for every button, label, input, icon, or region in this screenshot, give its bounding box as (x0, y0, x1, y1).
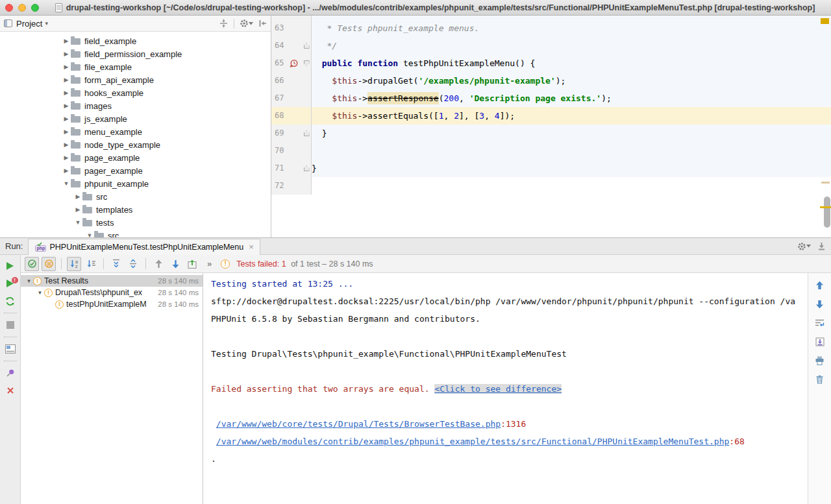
print-icon[interactable] (813, 354, 827, 368)
fold-up-icon[interactable] (304, 130, 310, 136)
editor-scrollbar[interactable] (824, 197, 830, 228)
scroll-up-icon[interactable] (813, 278, 827, 293)
code-line-71[interactable]: 71} (271, 160, 831, 177)
console-output[interactable]: Testing started at 13:25 ...sftp://docke… (203, 273, 808, 504)
tree-collapsed-icon[interactable]: ▶ (62, 167, 71, 174)
project-tree-item-images[interactable]: ▶images (0, 99, 271, 112)
console-link[interactable]: /var/www/web/core/tests/Drupal/Tests/Bro… (216, 419, 501, 429)
code-line-66[interactable]: 66 $this->drupalGet('/examples/phpunit-e… (271, 72, 831, 90)
fold-marker-slot[interactable] (302, 130, 311, 136)
test-tree-item[interactable]: !testPhpUnitExampleM28 s 140 ms (21, 298, 203, 310)
fold-up-icon[interactable] (304, 43, 310, 49)
project-tree-item-field_permission_example[interactable]: ▶field_permission_example (0, 47, 271, 60)
minimize-window-button[interactable] (18, 4, 26, 12)
show-ignored-icon[interactable] (42, 257, 56, 271)
code-line-69[interactable]: 69 } (271, 125, 831, 142)
fold-down-icon[interactable] (304, 60, 310, 66)
failed-test-gutter-icon[interactable] (288, 59, 299, 67)
tree-expanded-icon[interactable]: ▼ (36, 290, 44, 296)
inspection-warning-indicator[interactable] (821, 18, 829, 24)
scroll-from-source-icon[interactable] (219, 19, 229, 28)
project-tree-item-templates[interactable]: ▶templates (0, 203, 271, 216)
project-tree-item-phpunit_example[interactable]: ▼phpunit_example (0, 177, 271, 190)
project-tree-item-hooks_example[interactable]: ▶hooks_example (0, 86, 271, 99)
gear-icon[interactable] (240, 19, 253, 28)
collapse-all-icon[interactable] (126, 257, 140, 271)
soft-wrap-icon[interactable] (813, 316, 827, 330)
fold-marker-slot[interactable] (302, 165, 311, 171)
toggle-auto-test-button[interactable] (3, 293, 18, 309)
editor[interactable]: 63 * Tests phpunit_example menus.64 */65… (271, 16, 831, 237)
show-passed-icon[interactable] (25, 257, 39, 271)
expand-all-icon[interactable] (109, 257, 123, 271)
test-tree-item[interactable]: ▼!Test Results28 s 140 ms (21, 275, 203, 287)
tree-expanded-icon[interactable]: ▼ (25, 278, 33, 284)
tree-collapsed-icon[interactable]: ▶ (62, 38, 71, 44)
scroll-down-icon[interactable] (813, 297, 827, 311)
project-tree-item-menu_example[interactable]: ▶menu_example (0, 125, 271, 138)
previous-failed-test-icon[interactable] (151, 257, 166, 271)
chevron-down-icon[interactable]: ▾ (45, 20, 48, 27)
tree-collapsed-icon[interactable]: ▶ (62, 90, 71, 96)
tree-collapsed-icon[interactable]: ▶ (73, 193, 82, 200)
test-tree-item[interactable]: ▼!Drupal\Tests\phpunit_ex28 s 140 ms (21, 287, 203, 298)
project-tree-item-node_type_example[interactable]: ▶node_type_example (0, 138, 271, 151)
tree-collapsed-icon[interactable]: ▶ (62, 64, 71, 70)
console-link[interactable]: /var/www/web/modules/contrib/examples/ph… (216, 437, 730, 446)
toolbar-overflow-icon[interactable]: » (207, 259, 212, 269)
hide-panel-icon[interactable] (258, 19, 267, 27)
close-button[interactable] (3, 383, 18, 398)
test-duration: 28 s 140 ms (158, 289, 203, 296)
tree-expanded-icon[interactable]: ▼ (73, 219, 82, 226)
tree-collapsed-icon[interactable]: ▶ (73, 206, 82, 213)
fold-marker-slot[interactable] (302, 60, 311, 66)
tree-expanded-icon[interactable]: ▼ (85, 232, 94, 237)
project-tree-item-page_example[interactable]: ▶page_example (0, 151, 271, 164)
project-tree-item-form_api_example[interactable]: ▶form_api_example (0, 73, 271, 86)
pin-tab-button[interactable] (3, 365, 18, 381)
tree-collapsed-icon[interactable]: ▶ (62, 141, 71, 148)
run-tab[interactable]: php PHPUnitExampleMenuTest.testPhpUnitEx… (28, 239, 260, 255)
tree-collapsed-icon[interactable]: ▶ (62, 128, 71, 135)
tree-collapsed-icon[interactable]: ▶ (62, 115, 71, 122)
code-line-65[interactable]: 65 public function testPhpUnitExampleMen… (271, 54, 831, 72)
code-line-68[interactable]: 68 $this->assertEquals([1, 2], [3, 4]); (271, 107, 831, 125)
project-tree-item-tests[interactable]: ▼tests (0, 216, 271, 229)
project-tree-item-js_example[interactable]: ▶js_example (0, 112, 271, 125)
close-icon[interactable]: × (249, 242, 254, 252)
sort-alphabetically-icon[interactable]: az (67, 257, 81, 271)
hide-tool-window-icon[interactable] (817, 242, 826, 250)
tree-expanded-icon[interactable]: ▼ (62, 180, 71, 187)
gear-icon[interactable] (797, 242, 811, 251)
zoom-window-button[interactable] (31, 4, 39, 12)
restore-layout-button[interactable] (3, 341, 18, 357)
scroll-to-end-icon[interactable] (813, 335, 827, 349)
code-line-70[interactable]: 70 (271, 142, 831, 160)
fold-marker-slot[interactable] (302, 43, 311, 49)
tree-collapsed-icon[interactable]: ▶ (62, 102, 71, 109)
project-tree-item-file_example[interactable]: ▶file_example (0, 60, 271, 73)
close-window-button[interactable] (5, 4, 13, 12)
console-diff-link[interactable]: <Click to see difference> (434, 384, 562, 394)
clear-console-icon[interactable] (813, 372, 827, 387)
sort-by-duration-icon[interactable] (84, 257, 98, 271)
code-line-67[interactable]: 67 $this->assertResponse(200, 'Descripti… (271, 90, 831, 107)
fold-up-icon[interactable] (304, 165, 310, 171)
import-test-results-icon[interactable] (185, 257, 199, 271)
code-line-72[interactable]: 72 (271, 177, 831, 195)
project-panel-title[interactable]: Project (16, 19, 42, 29)
tree-collapsed-icon[interactable]: ▶ (62, 51, 71, 57)
project-tree-item-pager_example[interactable]: ▶pager_example (0, 164, 271, 177)
stop-button[interactable] (3, 317, 18, 333)
tree-collapsed-icon[interactable]: ▶ (62, 154, 71, 161)
code-line-64[interactable]: 64 */ (271, 37, 831, 54)
code-line-63[interactable]: 63 * Tests phpunit_example menus. (271, 19, 831, 37)
error-stripe-warning-mark[interactable] (821, 182, 830, 184)
next-failed-test-icon[interactable] (168, 257, 182, 271)
project-tree-item-src[interactable]: ▶src (0, 190, 271, 203)
project-tree-item-field_example[interactable]: ▶field_example (0, 34, 271, 47)
project-tree-item-src[interactable]: ▼src (0, 229, 271, 237)
rerun-failed-tests-button[interactable]: ! (3, 276, 18, 291)
tree-collapsed-icon[interactable]: ▶ (62, 77, 71, 83)
rerun-button[interactable] (3, 258, 18, 274)
